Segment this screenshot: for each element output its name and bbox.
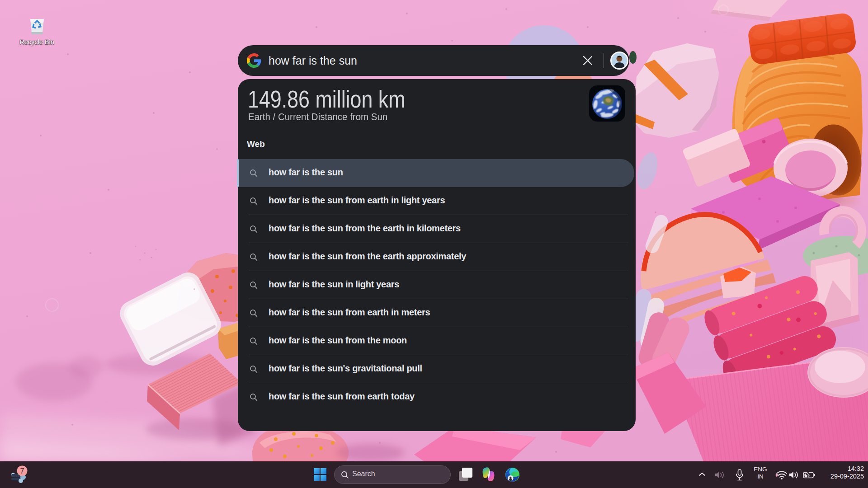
svg-text:7: 7	[20, 467, 24, 475]
